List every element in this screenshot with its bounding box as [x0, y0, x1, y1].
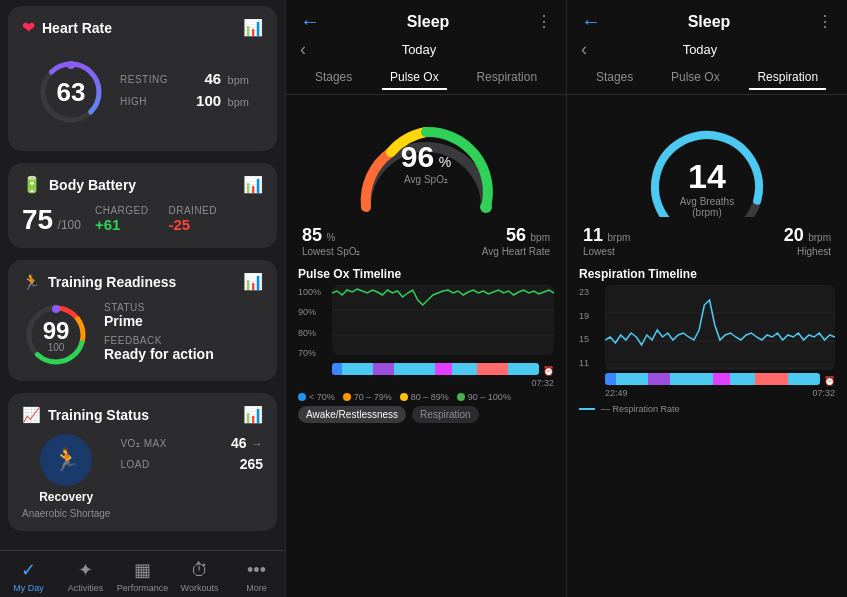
status-chart-icon[interactable]: 📊 — [243, 405, 263, 424]
bb-value-area: 75 /100 — [22, 204, 81, 236]
high-label: HIGH — [120, 96, 147, 107]
body-battery-card: 🔋 Body Battery 📊 75 /100 CHARGED +61 DRA… — [8, 163, 277, 248]
mid-awake-tab[interactable]: Awake/Restlessness — [298, 406, 406, 423]
nav-my-day[interactable]: ✓ My Day — [0, 559, 57, 593]
right-sleep-content: 14 Avg Breaths(brpm) 11 brpm Lowest 20 b… — [567, 95, 847, 597]
right-stat2-value: 20 — [784, 225, 804, 245]
readiness-icon: 🏃 — [22, 273, 41, 291]
mid-stat2-unit: bpm — [531, 232, 550, 243]
drained-stat: DRAINED -25 — [168, 205, 217, 233]
feedback-label: FEEDBACK — [104, 335, 263, 346]
ts-icon-circle: 🏃 — [40, 434, 92, 486]
legend-label-1: 70 – 79% — [354, 392, 392, 402]
mid-timeline-chart — [332, 285, 554, 355]
readiness-gauge: 99 100 — [22, 301, 90, 369]
workouts-icon: ⏱ — [191, 560, 209, 581]
right-time-end: 07:32 — [812, 388, 835, 398]
body-battery-header: 🔋 Body Battery 📊 — [22, 175, 263, 194]
ts-status-name: Recovery — [39, 490, 93, 504]
mid-resp-tab[interactable]: Respiration — [412, 406, 479, 423]
load-label: LOAD — [120, 459, 149, 470]
mid-legend: < 70% 70 – 79% 80 – 89% 90 – 100% — [298, 392, 554, 402]
right-today: Today — [683, 42, 718, 57]
high-row: HIGH 100 bpm — [120, 92, 249, 110]
mid-stat1-value: 85 — [302, 225, 322, 245]
bb-stats: CHARGED +61 DRAINED -25 — [95, 205, 263, 236]
mid-stat1-label: Lowest SpO₂ — [302, 246, 360, 257]
high-unit: bpm — [228, 96, 249, 108]
right-tab-respiration[interactable]: Respiration — [749, 66, 826, 90]
right-gauge-value: 14 Avg Breaths(brpm) — [680, 157, 734, 218]
right-stat1-label: Lowest — [583, 246, 630, 257]
legend-label-3: 90 – 100% — [468, 392, 511, 402]
legend-item-0: < 70% — [298, 392, 335, 402]
right-back-button[interactable]: ← — [581, 10, 601, 33]
heart-rate-gauge: 63 — [36, 57, 106, 127]
mid-sleep-tabs: Stages Pulse Ox Respiration — [286, 62, 566, 95]
my-day-label: My Day — [13, 583, 44, 593]
right-time-icon: ⏰ — [824, 376, 835, 386]
mid-more-button[interactable]: ⋮ — [536, 12, 552, 31]
feedback-value: Ready for action — [104, 346, 263, 362]
right-more-button[interactable]: ⋮ — [817, 12, 833, 31]
readiness-chart-icon[interactable]: 📊 — [243, 272, 263, 291]
resting-value: 46 — [204, 70, 221, 87]
more-label: More — [246, 583, 267, 593]
panel-mid: ← Sleep ⋮ ‹ Today Stages Pulse Ox Respir… — [285, 0, 566, 597]
vo2-label: VO₂ MAX — [120, 438, 166, 449]
legend-item-3: 90 – 100% — [457, 392, 511, 402]
right-legend-rate: — Respiration Rate — [579, 404, 680, 414]
mid-gauge-label: Avg SpO₂ — [401, 174, 451, 185]
right-tab-stages[interactable]: Stages — [588, 66, 641, 90]
mid-tab-respiration[interactable]: Respiration — [468, 66, 545, 90]
right-page-left[interactable]: ‹ — [581, 39, 587, 60]
ts-status-sub: Anaerobic Shortage — [22, 508, 110, 519]
heart-rate-header: ❤ Heart Rate 📊 — [22, 18, 263, 37]
mid-sleep-header: ← Sleep ⋮ — [286, 0, 566, 37]
legend-item-2: 80 – 89% — [400, 392, 449, 402]
right-sleep-tabs: Stages Pulse Ox Respiration — [567, 62, 847, 95]
training-status-header: 📈 Training Status 📊 — [22, 405, 263, 424]
mid-page-left[interactable]: ‹ — [300, 39, 306, 60]
mid-stat1-unit: % — [326, 232, 335, 243]
resting-unit: bpm — [228, 74, 249, 86]
status-value: Prime — [104, 313, 263, 329]
vo2-row: VO₂ MAX 46 → — [120, 434, 263, 452]
mid-stats-row: 85 % Lowest SpO₂ 56 bpm Avg Heart Rate — [298, 221, 554, 261]
right-nav-row: ‹ Today — [567, 37, 847, 62]
mid-time-icon: ⏰ — [543, 366, 554, 376]
nav-workouts[interactable]: ⏱ Workouts — [171, 560, 228, 593]
nav-more[interactable]: ••• More — [228, 560, 285, 593]
mid-nav-row: ‹ Today — [286, 37, 566, 62]
mid-tab-pulseox[interactable]: Pulse Ox — [382, 66, 447, 90]
bb-sub: /100 — [58, 218, 81, 232]
heart-rate-stats: RESTING 46 bpm HIGH 100 bpm — [120, 70, 249, 114]
right-stat2-label: Highest — [784, 246, 831, 257]
training-readiness-header: 🏃 Training Readiness 📊 — [22, 272, 263, 291]
nav-activities[interactable]: ✦ Activities — [57, 559, 114, 593]
high-value: 100 — [196, 92, 221, 109]
body-battery-chart-icon[interactable]: 📊 — [243, 175, 263, 194]
right-stats-row: 11 brpm Lowest 20 brpm Highest — [579, 221, 835, 261]
workouts-label: Workouts — [181, 583, 219, 593]
heart-rate-chart-icon[interactable]: 📊 — [243, 18, 263, 37]
mid-tab-stages[interactable]: Stages — [307, 66, 360, 90]
resting-row: RESTING 46 bpm — [120, 70, 249, 88]
right-tab-pulseox[interactable]: Pulse Ox — [663, 66, 728, 90]
mid-timeline-title: Pulse Ox Timeline — [298, 267, 554, 281]
mid-sleep-title: Sleep — [407, 13, 450, 31]
nav-performance[interactable]: ▦ Performance — [114, 559, 171, 593]
legend-dot-1 — [343, 393, 351, 401]
legend-label-0: < 70% — [309, 392, 335, 402]
right-legend-label: — Respiration Rate — [601, 404, 680, 414]
readiness-max: 100 — [48, 342, 65, 353]
mid-back-button[interactable]: ← — [300, 10, 320, 33]
status-block: STATUS Prime — [104, 302, 263, 329]
load-row: LOAD 265 — [120, 456, 263, 472]
training-status-title: Training Status — [48, 407, 149, 423]
vo2-arrow: → — [251, 437, 263, 451]
body-battery-content: 75 /100 CHARGED +61 DRAINED -25 — [22, 204, 263, 236]
right-stat1: 11 brpm Lowest — [583, 225, 630, 257]
drained-value: -25 — [168, 216, 217, 233]
training-readiness-title: Training Readiness — [48, 274, 176, 290]
